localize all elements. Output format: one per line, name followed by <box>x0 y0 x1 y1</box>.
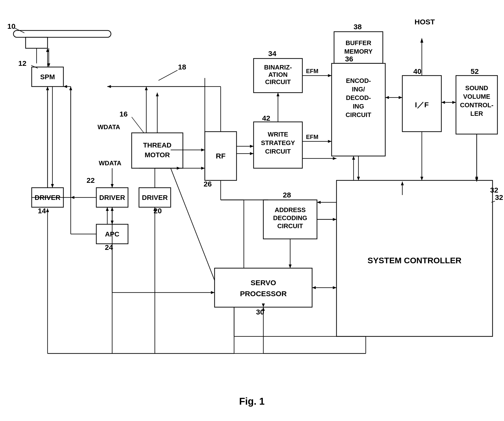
svg-text:CIRCUIT: CIRCUIT <box>265 148 291 155</box>
svg-text:WRITE: WRITE <box>268 131 288 138</box>
svg-text:Fig. 1: Fig. 1 <box>239 396 265 407</box>
full-diagram: 10 SPM 12 DRIVER 14 THREAD MOTOR 16 DRIV… <box>0 0 504 421</box>
svg-text:18: 18 <box>178 63 186 71</box>
svg-text:ADDRESS: ADDRESS <box>275 206 306 214</box>
svg-text:DECOD-: DECOD- <box>346 94 371 101</box>
svg-text:CIRCUIT: CIRCUIT <box>346 111 371 118</box>
svg-rect-144 <box>215 268 312 307</box>
svg-rect-18 <box>13 30 111 37</box>
svg-text:PROCESSOR: PROCESSOR <box>240 290 287 298</box>
svg-text:BINARIZ-: BINARIZ- <box>264 64 292 71</box>
svg-text:10: 10 <box>7 22 15 30</box>
svg-text:DECODING: DECODING <box>273 214 307 222</box>
svg-text:22: 22 <box>87 176 95 184</box>
svg-text:42: 42 <box>262 114 270 122</box>
svg-rect-96 <box>334 32 383 63</box>
svg-text:32: 32 <box>495 193 503 201</box>
svg-rect-19 <box>26 37 48 48</box>
svg-text:I／F: I／F <box>415 101 429 109</box>
svg-text:CIRCUIT: CIRCUIT <box>277 222 303 230</box>
svg-text:BUFFER: BUFFER <box>346 39 371 47</box>
svg-rect-36 <box>132 133 183 168</box>
svg-text:SOUND: SOUND <box>465 84 488 92</box>
svg-text:SERVO: SERVO <box>251 279 276 287</box>
svg-text:THREAD: THREAD <box>143 141 172 149</box>
svg-text:MEMORY: MEMORY <box>344 48 373 55</box>
svg-text:SPM: SPM <box>40 73 55 81</box>
svg-text:SYSTEM CONTROLLER: SYSTEM CONTROLLER <box>367 256 461 265</box>
svg-text:VOLUME: VOLUME <box>463 93 490 100</box>
svg-text:EFM: EFM <box>306 134 318 140</box>
svg-text:DRIVER: DRIVER <box>142 194 168 201</box>
svg-text:24: 24 <box>105 243 113 251</box>
svg-text:ATION: ATION <box>268 71 288 78</box>
svg-text:14: 14 <box>38 207 46 215</box>
svg-text:12: 12 <box>18 59 26 67</box>
svg-text:36: 36 <box>345 55 353 63</box>
svg-text:RF: RF <box>216 152 226 160</box>
svg-text:WDATA: WDATA <box>99 159 121 167</box>
diagram: 10 SPM 12 DRIVER 14 THREAD MOTOR 16 DRIV… <box>0 0 504 421</box>
svg-text:MOTOR: MOTOR <box>145 151 170 159</box>
svg-text:HOST: HOST <box>415 18 435 26</box>
svg-text:DRIVER: DRIVER <box>99 194 125 201</box>
svg-text:ING/: ING/ <box>352 86 365 93</box>
svg-text:CONTROL-: CONTROL- <box>460 101 493 109</box>
svg-text:38: 38 <box>354 23 362 31</box>
svg-text:WDATA: WDATA <box>98 123 120 131</box>
svg-text:ENCOD-: ENCOD- <box>346 77 371 84</box>
svg-text:26: 26 <box>204 180 212 188</box>
svg-text:52: 52 <box>471 67 479 75</box>
svg-text:32: 32 <box>490 186 498 194</box>
svg-text:STRATEGY: STRATEGY <box>261 139 295 147</box>
svg-text:CIRCUIT: CIRCUIT <box>265 78 291 86</box>
svg-text:EFM: EFM <box>306 68 318 74</box>
svg-text:34: 34 <box>268 49 277 58</box>
svg-text:16: 16 <box>119 110 128 118</box>
svg-text:40: 40 <box>413 67 421 75</box>
svg-text:28: 28 <box>283 191 291 199</box>
svg-text:ING: ING <box>353 103 364 110</box>
svg-text:LER: LER <box>470 110 483 117</box>
